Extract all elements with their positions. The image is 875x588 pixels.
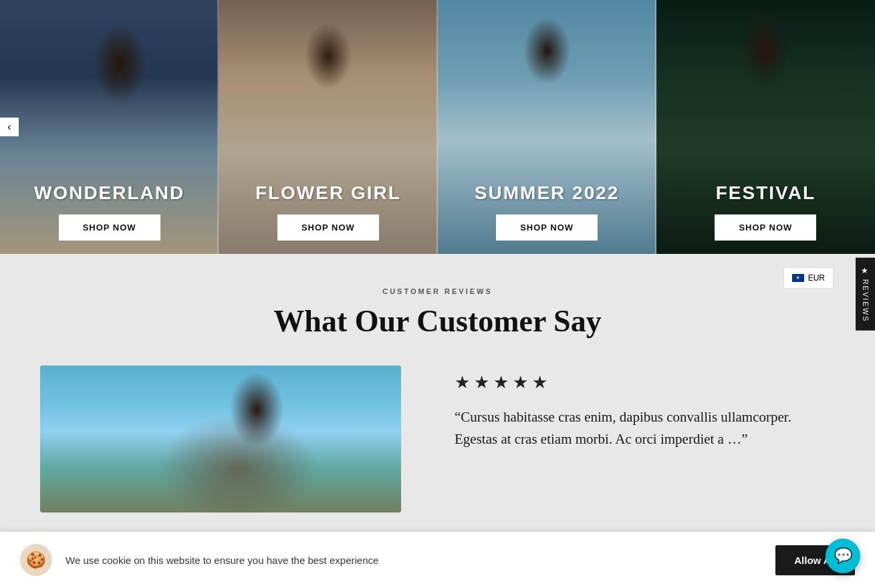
hero-item-summer-2022: SUMMER 2022 SHOP NOW: [438, 0, 656, 254]
left-arrow-nav[interactable]: ‹: [0, 118, 19, 136]
currency-code: EUR: [808, 273, 825, 283]
shop-now-flower-girl[interactable]: SHOP NOW: [277, 214, 379, 241]
hero-title-flower-girl: FLOWER GIRL: [255, 182, 401, 204]
reviews-sidebar-label: REVIEWS: [862, 279, 870, 323]
hero-item-flower-girl: FLOWER GIRL SHOP NOW: [219, 0, 437, 254]
star-5: ★: [532, 372, 547, 393]
review-image: [40, 365, 401, 512]
star-icon: ★: [861, 266, 870, 275]
hero-title-wonderland: WONDERLAND: [34, 182, 184, 204]
review-stars: ★ ★ ★ ★ ★: [455, 372, 835, 393]
cookie-icon: 🍪: [20, 544, 52, 546]
reviews-sidebar[interactable]: ★ REVIEWS: [856, 258, 875, 331]
review-quote: “Cursus habitasse cras enim, dapibus con…: [455, 406, 835, 450]
hero-item-festival: FESTIVAL SHOP NOW: [656, 0, 875, 254]
star-4: ★: [513, 372, 528, 393]
star-3: ★: [493, 372, 509, 393]
reviews-eyebrow: CUSTOMER REVIEWS: [40, 287, 835, 295]
reviews-section: CUSTOMER REVIEWS What Our Customer Say ★…: [0, 254, 875, 546]
hero-title-festival: FESTIVAL: [716, 182, 816, 204]
cookie-banner: 🍪 We use cookie on this website to ensur…: [0, 532, 875, 546]
chevron-left-icon: ‹: [7, 121, 11, 133]
star-2: ★: [474, 372, 489, 393]
eu-flag-icon: ★: [792, 274, 804, 282]
shop-now-summer-2022[interactable]: SHOP NOW: [496, 214, 598, 241]
review-text-area: ★ ★ ★ ★ ★ “Cursus habitasse cras enim, d…: [455, 365, 835, 450]
review-content-layout: ★ ★ ★ ★ ★ “Cursus habitasse cras enim, d…: [40, 365, 835, 512]
reviews-heading: What Our Customer Say: [40, 303, 835, 339]
shop-now-festival[interactable]: SHOP NOW: [715, 214, 816, 241]
hero-item-wonderland: WONDERLAND SHOP NOW: [0, 0, 219, 254]
hero-title-summer-2022: SUMMER 2022: [475, 182, 620, 204]
star-1: ★: [455, 372, 470, 393]
shop-now-wonderland[interactable]: SHOP NOW: [59, 214, 160, 241]
hero-grid: WONDERLAND SHOP NOW FLOWER GIRL SHOP NOW…: [0, 0, 875, 254]
currency-selector[interactable]: ★ EUR: [783, 267, 834, 289]
